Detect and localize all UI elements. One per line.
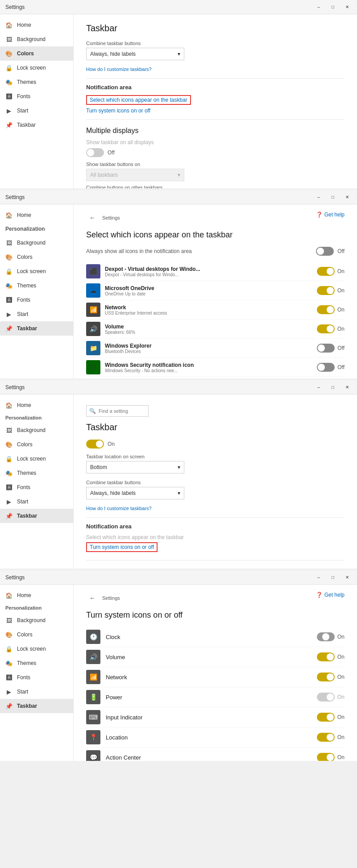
close-button-3[interactable]: ✕ xyxy=(341,383,353,392)
close-button-4[interactable]: ✕ xyxy=(341,573,353,582)
toggle-dexpot[interactable] xyxy=(317,267,335,276)
sysicon-toggle-area-location: On xyxy=(317,733,345,742)
search-box-3[interactable]: 🔍 xyxy=(86,405,149,417)
sidebar-item-home-3[interactable]: 🏠 Home xyxy=(0,398,73,412)
toggle-network[interactable] xyxy=(317,305,335,314)
notif-link2-highlighted-3[interactable]: Turn system icons on or off xyxy=(86,542,158,552)
sidebar-item-taskbar-3[interactable]: 📌 Taskbar xyxy=(0,509,73,523)
maximize-button-4[interactable]: □ xyxy=(327,573,339,582)
title-bar-text-4: Settings xyxy=(5,574,25,581)
search-input-3[interactable] xyxy=(99,408,160,414)
minimize-button-4[interactable]: – xyxy=(312,573,325,582)
sidebar-item-start-3[interactable]: ▶ Start xyxy=(0,494,73,509)
sidebar-label-lockscreen-4: Lock screen xyxy=(17,646,46,652)
sidebar-item-lockscreen-3[interactable]: 🔒 Lock screen xyxy=(0,452,73,466)
taskbar-location-dropdown-3[interactable]: Bottom ▾ xyxy=(86,461,184,473)
background-icon-1: 🖼 xyxy=(5,36,12,43)
sidebar-item-themes-3[interactable]: 🎭 Themes xyxy=(0,466,73,480)
title-bar-controls-4: – □ ✕ xyxy=(312,573,353,582)
header-row-4: ← Settings ❓ Get help xyxy=(86,592,345,604)
always-show-toggle-2[interactable] xyxy=(316,247,334,256)
sidebar-item-background-2[interactable]: 🖼 Background xyxy=(0,236,73,250)
lockscreen-icon-4: 🔒 xyxy=(5,645,12,652)
maximize-button-3[interactable]: □ xyxy=(327,383,339,392)
get-help-4[interactable]: ❓ Get help xyxy=(316,592,345,598)
sidebar-item-home-2[interactable]: 🏠 Home xyxy=(0,208,73,222)
sidebar-item-background-1[interactable]: 🖼 Background xyxy=(0,32,73,46)
back-button-4[interactable]: ← xyxy=(86,592,99,604)
sysicon-row-action: 💬 Action Center On xyxy=(86,748,345,761)
home-icon-1: 🏠 xyxy=(5,21,12,29)
sidebar-item-taskbar-1[interactable]: 📌 Taskbar xyxy=(0,118,73,132)
minimize-button-3[interactable]: – xyxy=(312,383,325,392)
customize-link-3[interactable]: How do I customize taskbars? xyxy=(86,506,345,511)
sidebar-item-themes-2[interactable]: 🎭 Themes xyxy=(0,278,73,293)
close-button-2[interactable]: ✕ xyxy=(341,193,353,202)
sysicon-toggle-location[interactable] xyxy=(317,733,335,742)
sidebar-item-fonts-3[interactable]: 🅰 Fonts xyxy=(0,480,73,494)
sidebar-item-fonts-4[interactable]: 🅰 Fonts xyxy=(0,670,73,685)
maximize-button-1[interactable]: □ xyxy=(327,3,339,12)
sidebar-item-colors-2[interactable]: 🎨 Colors xyxy=(0,250,73,264)
sidebar-item-lockscreen-2[interactable]: 🔒 Lock screen xyxy=(0,264,73,278)
customize-link-1[interactable]: How do I customize taskbars? xyxy=(86,66,345,72)
sidebar-item-start-2[interactable]: ▶ Start xyxy=(0,307,73,321)
sysicon-toggle-clock[interactable] xyxy=(317,632,335,641)
app-row-dexpot: ⬛ Dexpot - Virtual desktops for Windo...… xyxy=(86,262,345,281)
sidebar-item-fonts-1[interactable]: 🅰 Fonts xyxy=(0,89,73,104)
sidebar-item-themes-1[interactable]: 🎭 Themes xyxy=(0,75,73,89)
sidebar-item-home-4[interactable]: 🏠 Home xyxy=(0,588,73,602)
combine-dropdown-1[interactable]: Always, hide labels ▾ xyxy=(86,48,184,60)
sidebar-item-lockscreen-4[interactable]: 🔒 Lock screen xyxy=(0,642,73,656)
home-icon-2: 🏠 xyxy=(5,212,12,219)
taskbar-knob-3 xyxy=(96,440,103,448)
notif-link1-highlighted-1[interactable]: Select which icons appear on the taskbar xyxy=(86,95,191,105)
toggle-volume[interactable] xyxy=(317,324,335,333)
sidebar-item-taskbar-2[interactable]: 📌 Taskbar xyxy=(0,321,73,336)
window-3: Settings – □ ✕ 🏠 Home Personalization 🖼 … xyxy=(0,380,357,569)
app-info-winsec: Windows Security notification icon Windo… xyxy=(105,362,317,373)
toggle-onedrive[interactable] xyxy=(317,286,335,295)
sidebar-item-start-1[interactable]: ▶ Start xyxy=(0,104,73,118)
combine-dropdown-3[interactable]: Always, hide labels ▾ xyxy=(86,487,184,499)
sidebar-item-home-1[interactable]: 🏠 Home xyxy=(0,18,73,32)
close-button-1[interactable]: ✕ xyxy=(341,3,353,12)
toggle-winsec[interactable] xyxy=(317,363,335,372)
combine-label-1: Combine taskbar buttons xyxy=(86,41,345,46)
notif-link2-1[interactable]: Turn system icons on or off xyxy=(86,108,345,114)
back-button-2[interactable]: ← xyxy=(86,212,99,224)
sidebar-item-lockscreen-1[interactable]: 🔒 Lock screen xyxy=(0,61,73,75)
sidebar-item-start-4[interactable]: ▶ Start xyxy=(0,685,73,699)
sidebar-item-taskbar-4[interactable]: 📌 Taskbar xyxy=(0,699,73,713)
notif-link1-3[interactable]: Select which icons appear on the taskbar xyxy=(86,534,345,540)
sidebar-item-background-4[interactable]: 🖼 Background xyxy=(0,613,73,627)
sidebar-item-fonts-2[interactable]: 🅰 Fonts xyxy=(0,293,73,307)
sidebar-item-colors-4[interactable]: 🎨 Colors xyxy=(0,627,73,642)
sidebar-item-colors-1[interactable]: 🎨 Colors xyxy=(0,46,73,61)
show-taskbar-toggle-1[interactable] xyxy=(86,148,104,157)
title-bar-3: Settings – □ ✕ xyxy=(0,380,357,395)
sysicon-location: 📍 xyxy=(86,730,100,744)
toggle-knob-1 xyxy=(87,149,94,156)
themes-icon-3: 🎭 xyxy=(5,469,12,477)
sysicon-toggle-volume[interactable] xyxy=(317,652,335,661)
minimize-button-1[interactable]: – xyxy=(312,3,325,12)
sidebar-item-themes-4[interactable]: 🎭 Themes xyxy=(0,656,73,670)
sidebar-item-background-3[interactable]: 🖼 Background xyxy=(0,423,73,437)
sysicon-power: 🔋 xyxy=(86,690,100,704)
taskbar-master-toggle-3[interactable] xyxy=(86,440,104,449)
sysicon-toggle-action[interactable] xyxy=(317,753,335,761)
app-info-dexpot: Dexpot - Virtual desktops for Windo... D… xyxy=(105,266,317,277)
title-bar-text-3: Settings xyxy=(5,384,25,390)
sysicon-toggle-network[interactable] xyxy=(317,673,335,681)
sysicon-toggle-input[interactable] xyxy=(317,713,335,722)
maximize-button-2[interactable]: □ xyxy=(327,193,339,202)
sysicon-state-power: On xyxy=(337,694,345,700)
minimize-button-2[interactable]: – xyxy=(312,193,325,202)
toggle-winexplorer[interactable] xyxy=(317,344,335,353)
get-help-2[interactable]: ❓ Get help xyxy=(316,212,345,218)
app-sub-winexplorer: Bluetooth Devices xyxy=(105,349,194,354)
toggle-area-winsec: Off xyxy=(317,363,345,372)
app-sub-volume: Speakers: 66% xyxy=(105,330,194,335)
sidebar-item-colors-3[interactable]: 🎨 Colors xyxy=(0,437,73,452)
